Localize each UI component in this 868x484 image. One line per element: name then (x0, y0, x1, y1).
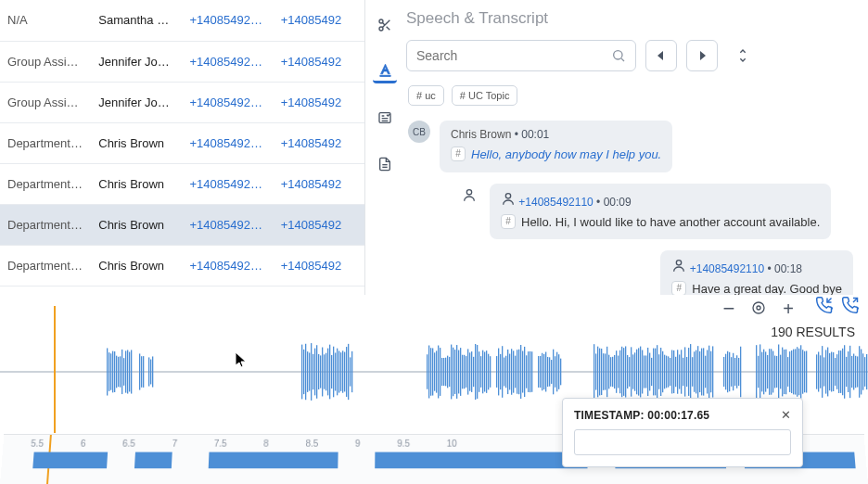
svg-rect-50 (318, 354, 319, 389)
phone-cell[interactable]: +14085492110 (183, 163, 274, 204)
svg-rect-82 (451, 345, 452, 400)
svg-rect-162 (640, 347, 641, 398)
phone-cell[interactable]: +14085492110 (183, 204, 274, 245)
svg-rect-58 (333, 347, 334, 398)
scale-tick: 7 (172, 439, 177, 449)
call-out-icon[interactable] (842, 297, 859, 316)
svg-point-14 (505, 193, 510, 197)
phone-cell[interactable]: +14085492 (274, 0, 364, 41)
svg-rect-156 (629, 357, 630, 387)
center-icon[interactable] (751, 300, 766, 318)
document-icon[interactable] (373, 152, 397, 176)
svg-rect-142 (603, 353, 604, 390)
svg-rect-216 (763, 350, 764, 395)
svg-rect-128 (545, 352, 546, 392)
prev-button[interactable] (645, 40, 677, 71)
phone-cell[interactable]: +14085492110 (183, 41, 274, 82)
svg-rect-106 (500, 354, 501, 389)
phone-cell[interactable]: +14085492 (274, 245, 364, 286)
svg-rect-267 (866, 354, 867, 389)
table-row[interactable]: N/A Samantha Blum +14085492110 +14085492 (0, 0, 364, 41)
phone-cell[interactable]: +14085492110 (183, 245, 274, 286)
svg-rect-34 (131, 350, 132, 393)
phone-cell[interactable]: +14085492110 (183, 0, 274, 41)
phone-cell[interactable]: +14085492 (274, 204, 364, 245)
svg-rect-198 (707, 350, 708, 394)
zoom-out-icon[interactable]: − (722, 297, 734, 321)
search-field[interactable] (406, 40, 636, 71)
svg-rect-24 (112, 351, 113, 393)
svg-rect-201 (712, 346, 713, 397)
phone-cell[interactable]: +14085492110 (183, 122, 274, 163)
svg-rect-261 (855, 356, 856, 388)
name-cell: Jennifer Joseph (91, 82, 182, 122)
svg-point-1 (379, 27, 383, 31)
svg-rect-45 (309, 352, 310, 390)
phone-cell[interactable]: +14085492 (274, 163, 364, 204)
svg-rect-74 (436, 350, 437, 392)
status-cell: Department A... (0, 245, 91, 286)
svg-point-16 (757, 306, 760, 310)
svg-rect-220 (771, 349, 772, 394)
hash-icon[interactable]: # (451, 146, 466, 161)
phone-cell[interactable]: +14085492 (274, 82, 364, 122)
svg-rect-242 (820, 355, 821, 388)
checklist-icon[interactable] (373, 106, 397, 130)
expand-icon[interactable] (727, 40, 759, 71)
timestamp-input[interactable] (574, 429, 791, 455)
transcript-panel: Speech & Transcript # uc# UC Topic CBChr… (365, 0, 868, 295)
svg-rect-153 (623, 348, 624, 396)
svg-rect-109 (505, 356, 506, 388)
svg-rect-85 (456, 345, 457, 399)
svg-rect-249 (833, 352, 834, 391)
phone-cell[interactable]: +14085492 (274, 41, 364, 82)
hash-icon[interactable]: # (501, 214, 516, 229)
svg-rect-84 (454, 350, 455, 394)
timestamp-popup: TIMESTAMP: 00:00:17.65 ✕ (562, 398, 803, 467)
scissors-icon[interactable] (373, 13, 397, 37)
svg-rect-5 (379, 75, 389, 76)
svg-rect-144 (606, 347, 607, 397)
status-cell: Group Assigned (0, 41, 91, 82)
svg-rect-37 (143, 356, 144, 388)
close-icon[interactable]: ✕ (781, 408, 791, 422)
table-row[interactable]: Department A... Chris Brown +14085492110… (0, 122, 364, 163)
svg-rect-173 (660, 348, 661, 396)
svg-rect-53 (324, 354, 325, 388)
table-row[interactable]: Department A... Chris Brown +14085492110… (0, 204, 364, 245)
svg-rect-61 (338, 350, 339, 392)
search-input[interactable] (416, 48, 611, 63)
phone-cell[interactable]: +14085492110 (183, 82, 274, 122)
scale-tick: 6.5 (122, 439, 135, 449)
svg-rect-195 (701, 349, 702, 396)
svg-rect-179 (671, 350, 672, 394)
table-row[interactable]: Group Assigned Jennifer Joseph +14085492… (0, 82, 364, 122)
phone-cell[interactable]: +14085492 (274, 122, 364, 163)
svg-rect-30 (123, 358, 124, 386)
svg-rect-101 (486, 350, 487, 393)
svg-rect-129 (547, 357, 548, 387)
call-in-icon[interactable] (816, 297, 833, 316)
next-button[interactable] (686, 40, 718, 71)
svg-rect-79 (445, 358, 446, 387)
svg-rect-226 (782, 348, 783, 397)
hash-icon[interactable]: # (671, 281, 686, 295)
svg-rect-94 (473, 357, 474, 387)
playhead[interactable] (54, 306, 56, 433)
table-row[interactable]: Group Assigned Jennifer Joseph +14085492… (0, 41, 364, 82)
svg-rect-98 (480, 356, 481, 388)
svg-rect-155 (627, 355, 628, 388)
text-underline-icon[interactable] (373, 59, 397, 83)
table-row[interactable]: Department A... Chris Brown +14085492110… (0, 245, 364, 286)
svg-rect-222 (774, 356, 775, 388)
tag-chip[interactable]: # uc (408, 85, 444, 106)
svg-rect-150 (618, 356, 619, 388)
zoom-in-icon[interactable]: + (783, 299, 794, 320)
status-cell: N/A (0, 0, 91, 41)
table-row[interactable]: Department A... Chris Brown +14085492110… (0, 163, 364, 204)
message-header: +14085492110 • 00:09 (501, 191, 820, 209)
svg-rect-187 (686, 357, 687, 387)
tag-chip[interactable]: # UC Topic (452, 85, 518, 106)
svg-rect-38 (148, 357, 149, 386)
svg-rect-157 (631, 347, 632, 396)
